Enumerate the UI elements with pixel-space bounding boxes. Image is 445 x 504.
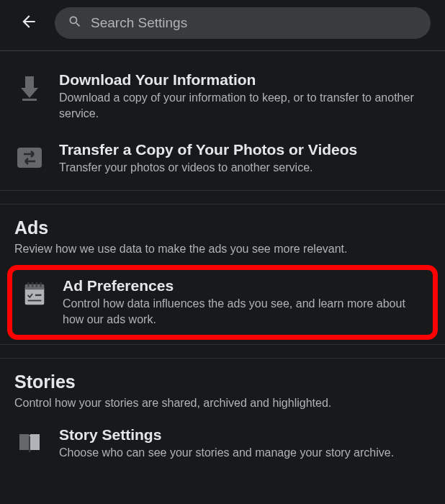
search-box[interactable]: Search Settings xyxy=(55,7,431,39)
item-description: Choose who can see your stories and mana… xyxy=(59,445,431,461)
item-description: Transfer your photos or videos to anothe… xyxy=(59,160,431,176)
header: Search Settings xyxy=(0,0,445,51)
story-settings-item[interactable]: Story Settings Choose who can see your s… xyxy=(0,416,445,471)
stories-section-header: Stories Control how your stories are sha… xyxy=(0,359,445,417)
svg-rect-1 xyxy=(17,148,42,168)
item-text: Transfer a Copy of Your Photos or Videos… xyxy=(59,141,431,176)
transfer-copy-item[interactable]: Transfer a Copy of Your Photos or Videos… xyxy=(0,131,445,186)
notepad-icon xyxy=(21,279,48,309)
svg-rect-5 xyxy=(32,282,33,287)
svg-rect-7 xyxy=(40,282,42,287)
section-title: Stories xyxy=(14,372,431,392)
item-text: Download Your Information Download a cop… xyxy=(59,71,431,121)
settings-list: Download Your Information Download a cop… xyxy=(0,51,445,471)
section-description: Control how your stories are shared, arc… xyxy=(14,395,431,411)
item-title: Transfer a Copy of Your Photos or Videos xyxy=(59,141,431,158)
arrow-left-icon xyxy=(19,12,38,34)
section-description: Review how we use data to make the ads y… xyxy=(14,241,431,257)
download-information-item[interactable]: Download Your Information Download a cop… xyxy=(0,61,445,131)
transfer-icon xyxy=(14,143,45,173)
item-text: Story Settings Choose who can see your s… xyxy=(59,426,431,461)
ad-preferences-item[interactable]: Ad Preferences Control how data influenc… xyxy=(12,270,433,334)
search-placeholder: Search Settings xyxy=(91,15,187,31)
item-title: Ad Preferences xyxy=(63,277,426,294)
section-divider xyxy=(0,190,445,204)
svg-rect-10 xyxy=(29,436,30,452)
item-title: Download Your Information xyxy=(59,71,431,89)
back-button[interactable] xyxy=(14,9,43,37)
ads-section-header: Ads Review how we use data to make the a… xyxy=(0,204,445,263)
svg-rect-0 xyxy=(22,99,37,101)
svg-rect-4 xyxy=(28,282,30,287)
svg-rect-6 xyxy=(36,282,37,287)
item-description: Download a copy of your information to k… xyxy=(59,90,431,121)
highlighted-item: Ad Preferences Control how data influenc… xyxy=(7,265,438,339)
download-icon xyxy=(14,73,45,103)
search-icon xyxy=(68,14,82,32)
section-title: Ads xyxy=(14,217,431,238)
section-divider xyxy=(0,344,445,359)
book-icon xyxy=(14,428,45,458)
item-title: Story Settings xyxy=(59,426,431,444)
item-description: Control how data influences the ads you … xyxy=(63,296,426,327)
item-text: Ad Preferences Control how data influenc… xyxy=(63,277,426,327)
